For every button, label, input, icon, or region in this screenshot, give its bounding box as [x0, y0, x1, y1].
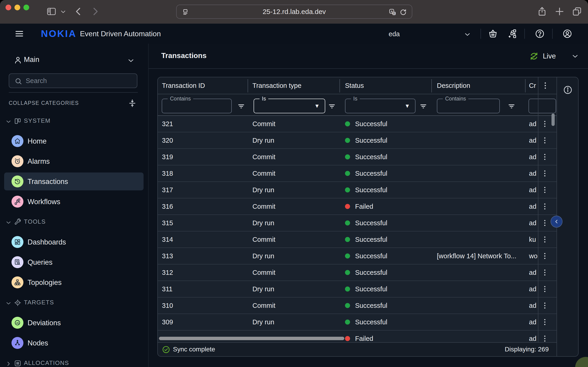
row-actions-kebab[interactable]	[540, 232, 550, 248]
row-actions-kebab[interactable]	[540, 198, 550, 215]
close-button[interactable]	[6, 5, 11, 10]
filter-description-input[interactable]	[440, 100, 498, 111]
table-row[interactable]: 319 Commit Successful ad	[158, 149, 556, 165]
filter-transaction-id[interactable]: Contains	[162, 99, 232, 113]
live-chevron-down-icon[interactable]	[571, 52, 579, 60]
reader-view-icon[interactable]	[181, 8, 190, 16]
col-header-created[interactable]: Cr	[529, 77, 538, 94]
row-actions-kebab[interactable]	[540, 149, 550, 165]
horizontal-scrollbar[interactable]	[159, 337, 344, 340]
filter-description[interactable]: Contains	[437, 99, 500, 113]
share-icon[interactable]	[536, 6, 548, 17]
status-dot	[345, 319, 350, 325]
sidebar-item-transactions[interactable]: Transactions	[0, 171, 148, 192]
sidebar-toggle-icon[interactable]	[46, 6, 57, 17]
collapse-categories[interactable]: COLLAPSE CATEGORIES	[0, 98, 148, 108]
row-actions-kebab[interactable]	[540, 116, 550, 132]
url-bar[interactable]: 25-12.rd.lab.eda.dev A文	[176, 5, 412, 19]
filter-icon[interactable]	[237, 102, 245, 110]
col-header-transaction-id[interactable]: Transaction ID	[162, 77, 245, 94]
context-chevron-down-icon[interactable]	[464, 31, 471, 38]
sidebar-section-system[interactable]: SYSTEM	[0, 111, 148, 131]
row-actions-kebab[interactable]	[540, 298, 550, 314]
row-actions-kebab[interactable]	[540, 182, 550, 198]
sidebar-section-allocations[interactable]: ALLOCATIONS	[0, 353, 148, 367]
back-icon[interactable]	[73, 6, 84, 17]
tab-overview-icon[interactable]	[571, 6, 582, 17]
table-row[interactable]: 317 Dry run Successful ad	[158, 182, 556, 198]
table-header-kebab-icon[interactable]	[541, 81, 550, 90]
table-row[interactable]: 320 Dry run Successful ad	[158, 132, 556, 149]
info-icon[interactable]	[563, 85, 573, 95]
filter-status[interactable]: Is ▼	[345, 99, 415, 113]
row-actions-kebab[interactable]	[540, 132, 550, 148]
row-actions-kebab[interactable]	[540, 265, 550, 281]
table-row[interactable]: 312 Commit Successful ad	[158, 265, 556, 281]
collapse-icon[interactable]	[128, 99, 137, 108]
live-control[interactable]: Live	[529, 51, 579, 61]
new-tab-icon[interactable]	[554, 6, 565, 17]
row-actions-kebab[interactable]	[540, 314, 550, 330]
table-row[interactable]: 318 Commit Successful ad	[158, 165, 556, 182]
sidebar-item-dashboards[interactable]: Dashboards	[0, 232, 148, 252]
help-icon[interactable]	[535, 28, 545, 39]
filter-icon[interactable]	[419, 102, 427, 110]
table-row[interactable]: 309 Dry run Successful ad	[158, 314, 556, 331]
filter-icon[interactable]	[328, 102, 336, 110]
table-row[interactable]: 313 Dry run Successful [workflow 14] Net…	[158, 248, 556, 265]
context-selector[interactable]: eda	[389, 30, 400, 38]
dropdown-caret-icon[interactable]: ▼	[405, 103, 410, 109]
basket-icon[interactable]	[488, 28, 498, 39]
cell-description	[437, 265, 524, 281]
minimize-button[interactable]	[15, 5, 20, 10]
col-header-description[interactable]: Description	[437, 77, 522, 94]
traffic-lights[interactable]	[6, 5, 29, 10]
table-row[interactable]: 310 Commit Successful ad	[158, 298, 556, 314]
sidebar-item-deviations[interactable]: Deviations	[0, 313, 148, 333]
filter-transaction-id-input[interactable]	[164, 100, 230, 111]
col-header-status[interactable]: Status	[345, 77, 425, 94]
menu-icon[interactable]	[14, 29, 24, 39]
panel-toggle-button[interactable]	[551, 216, 562, 227]
table-row[interactable]: 321 Commit Successful ad	[158, 116, 556, 132]
row-actions-kebab[interactable]	[540, 281, 550, 297]
row-actions-kebab[interactable]	[540, 248, 550, 264]
search-input[interactable]	[25, 75, 132, 87]
tab-group-chevron-icon[interactable]	[60, 9, 66, 15]
sidebar-item-queries[interactable]: Queries	[0, 252, 148, 272]
sidebar-item-home[interactable]: Home	[0, 131, 148, 151]
row-actions-kebab[interactable]	[540, 215, 550, 231]
forward-icon[interactable]	[90, 6, 101, 17]
col-header-transaction-type[interactable]: Transaction type	[252, 77, 335, 94]
row-actions-kebab[interactable]	[540, 165, 550, 181]
chevron-right-icon[interactable]	[5, 360, 12, 367]
zoom-button[interactable]	[23, 5, 29, 10]
table-row[interactable]: 311 Dry run Successful ad	[158, 281, 556, 298]
sidebar-item-alarms[interactable]: Alarms	[0, 151, 148, 171]
filter-icon[interactable]	[507, 102, 516, 110]
user-icon[interactable]	[562, 28, 573, 39]
filter-transaction-type[interactable]: Is ▼	[254, 99, 325, 113]
table-row[interactable]: 315 Dry run Successful ad	[158, 215, 556, 232]
row-actions-kebab[interactable]	[540, 331, 550, 342]
vertical-scrollbar[interactable]	[552, 114, 555, 126]
sidebar-section-targets[interactable]: TARGETS	[0, 292, 148, 313]
chevron-down-icon[interactable]	[5, 219, 12, 226]
dropdown-caret-icon[interactable]: ▼	[314, 103, 320, 109]
filter-created[interactable]	[528, 99, 556, 113]
sidebar-search[interactable]	[9, 73, 137, 88]
table-row[interactable]: 316 Commit Failed ad	[158, 198, 556, 215]
nokia-logo: NOKIA	[41, 28, 77, 39]
flows-icon[interactable]	[507, 28, 517, 39]
chevron-down-icon[interactable]	[5, 118, 12, 125]
profile-selector[interactable]: Main	[0, 53, 148, 67]
translate-icon[interactable]: A文	[389, 8, 397, 16]
sidebar-item-topologies[interactable]: Topologies	[0, 272, 148, 292]
sidebar-item-workflows[interactable]: Workflows	[0, 192, 148, 212]
table-row[interactable]: Failed ad	[158, 331, 556, 342]
table-row[interactable]: 314 Commit Successful ku	[158, 232, 556, 248]
chevron-down-icon[interactable]	[5, 300, 12, 307]
sidebar-item-nodes[interactable]: Nodes	[0, 333, 148, 353]
reload-icon[interactable]	[399, 8, 407, 16]
sidebar-section-tools[interactable]: TOOLS	[0, 212, 148, 232]
